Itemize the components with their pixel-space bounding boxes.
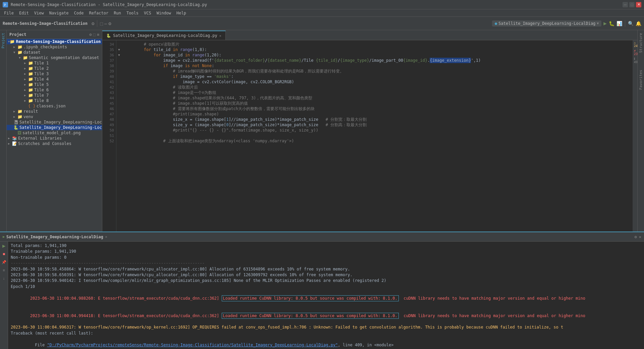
code-line-34: # opencv读取图片 — [124, 42, 630, 47]
code-line-45: # image.shape[1]可以获取到宽高的值 — [124, 101, 630, 106]
toolbar-settings-icon[interactable]: ⚙ — [92, 21, 94, 26]
code-line-37: image = cv2.imread(f'{dataset_root_folde… — [124, 58, 630, 63]
menu-item-edit[interactable]: Edit — [16, 10, 32, 16]
tab-file-icon: 🐍 — [106, 34, 111, 38]
menu-item-navigate[interactable]: Navigate — [47, 10, 71, 16]
run-config-button[interactable]: ▶ — [603, 20, 607, 27]
code-line-47: #print(image.shape) — [124, 111, 630, 117]
fold-36-icon[interactable]: ▼ — [116, 52, 122, 58]
top-toolbar: Remote-Sensing-Image-Classification ⚙ ⬚ … — [0, 17, 644, 30]
config-name: Satellite_Imagery_DeepLearning-LocalDiag — [498, 21, 595, 26]
sidebar-item-tile8[interactable]: ▶📁Tile 8 — [7, 98, 102, 103]
editor-tab-active[interactable]: 🐍 Satellite_Imagery_DeepLearning-LocalDi… — [102, 31, 226, 40]
sidebar-item-external-libs[interactable]: ▶📚External Libraries — [7, 136, 102, 141]
output-line-alloc1: 2023-06-30 10:59:58.458864: W tensorflow… — [11, 266, 641, 272]
toolbar-expand-icon[interactable]: ⬚ — [100, 21, 103, 26]
run-close-icon[interactable]: ✕ — [639, 235, 641, 239]
code-line-38: if image is not None: — [124, 63, 630, 68]
sidebar-item-tile5[interactable]: ▶📁Tile 5 — [7, 82, 102, 87]
sidebar-settings-icon[interactable]: ⚙ — [89, 32, 92, 37]
tab-close-icon[interactable]: ✕ — [219, 34, 221, 38]
minimize-button[interactable]: ─ — [623, 2, 628, 7]
sidebar-item-tile4[interactable]: ▶📁Tile 4 — [7, 77, 102, 82]
sidebar-item-py[interactable]: 🐍Satellite_Imagery_DeepLearning-LocalDia… — [7, 125, 102, 130]
output-line-alloc2: 2023-06-30 10:59:58.650391: W tensorflow… — [11, 272, 641, 278]
sidebar-item-root[interactable]: ▼ 📁 Remote-Sensing-Image-Classification … — [7, 39, 102, 44]
root-name: Remote-Sensing-Image-Classification — [16, 39, 101, 44]
fold-arrows: ▼ ▼ — [116, 40, 122, 232]
sidebar-item-result[interactable]: ▶📁result — [7, 109, 102, 114]
menu-item-help[interactable]: Help — [174, 10, 189, 16]
menu-item-tools[interactable]: Tools — [124, 10, 141, 16]
run-output[interactable]: Total params: 1,941,190 Trainable params… — [8, 242, 644, 349]
debug-config-button[interactable]: 🐛 — [609, 21, 614, 26]
sidebar-gear-icon[interactable]: ≡ — [97, 32, 99, 37]
run-scroll-button[interactable]: ↓ — [1, 275, 7, 281]
sidebar-tree: ▼ 📁 Remote-Sensing-Image-Classification … — [7, 39, 102, 232]
project-panel-icon[interactable]: Project — [1, 33, 5, 48]
fold-35-icon[interactable]: ▼ — [116, 47, 122, 52]
sidebar-item-png[interactable]: 🖼satellite_model_plot.png — [7, 130, 102, 136]
sidebar-item-semantic-seg[interactable]: ▼ 📁 Semantic segmentation dataset — [7, 55, 102, 60]
close-button[interactable]: ✕ — [636, 2, 641, 7]
sidebar-item-tile1[interactable]: ▶📁Tile 1 — [7, 60, 102, 66]
sidebar-item-classes-json[interactable]: { }classes.json — [7, 103, 102, 109]
code-line-48: size_x = (image.shape[1]//image_patch_si… — [124, 117, 630, 122]
code-line-49: size_y = (image.shape[0]//image_patch_si… — [124, 122, 630, 128]
code-line-42: # 读取图片后 — [124, 85, 630, 90]
output-line-traceback: Traceback (most recent call last): — [11, 331, 641, 336]
sidebar-item-tile6[interactable]: ▶📁Tile 6 — [7, 87, 102, 93]
search-everywhere-button[interactable]: 🔍 — [628, 21, 634, 26]
run-pin-button[interactable]: 📌 — [1, 259, 7, 265]
output-line-epoch: Epoch 1/10 — [11, 284, 641, 290]
favorites-label[interactable]: Favorites — [639, 70, 643, 90]
run-filter-button[interactable]: ≡ — [1, 267, 7, 273]
run-left-toolbar: ▶ ■ 📌 ≡ ↓ — [0, 242, 8, 349]
sidebar-item-tile3[interactable]: ▶📁Tile 3 — [7, 71, 102, 77]
structure-label[interactable]: Structure — [639, 33, 643, 53]
toolbar-collapse-icon[interactable]: — — [104, 21, 107, 26]
output-line-separator: ----------------------------------------… — [11, 260, 641, 266]
menu-item-run[interactable]: Run — [111, 10, 124, 16]
sidebar-item-ipynb-checkpoints[interactable]: ▶ 📁 .ipynb_checkpoints — [7, 44, 102, 50]
menu-item-view[interactable]: View — [32, 10, 47, 16]
menu-item-window[interactable]: Window — [154, 10, 174, 16]
far-right-panel: Structure Favorites — [637, 30, 644, 232]
sidebar-item-ipynb[interactable]: 📓Satellite_Imagery_DeepLearning-LocalDia… — [7, 119, 102, 125]
sidebar-item-scratches[interactable]: ▶📝Scratches and Consoles — [7, 141, 102, 146]
toolbar-notifications[interactable]: 🔔 — [636, 21, 641, 26]
sidebar-item-dataset[interactable]: ▼ 📁 dataset — [7, 50, 102, 55]
output-line-cudnn1: 2023-06-30 11:00:04.988260: E tensorflow… — [11, 290, 641, 307]
ipynb-checkpoints-name: .ipynb_checkpoints — [23, 45, 67, 49]
coverage-button[interactable]: 📊 — [616, 21, 622, 26]
menu-item-refactor[interactable]: Refactor — [86, 10, 111, 16]
dataset-arrow-icon: ▼ — [13, 51, 17, 54]
run-settings-icon[interactable]: ⚙ — [635, 235, 637, 239]
output-line-total-params: Total params: 1,941,190 — [11, 243, 641, 249]
sidebar-item-venv[interactable]: ▶📁venv — [7, 114, 102, 119]
semantic-seg-folder-icon: 📁 — [23, 55, 28, 60]
menu-item-file[interactable]: File — [1, 10, 16, 16]
sidebar-item-tile2[interactable]: ▶📁Tile 2 — [7, 66, 102, 71]
project-name-label[interactable]: Remote-Sensing-Image-Classification — [3, 21, 88, 26]
run-tab-close-icon[interactable]: ✕ — [105, 235, 107, 239]
sidebar-item-tile7[interactable]: ▶📁Tile 7 — [7, 93, 102, 98]
run-restart-button[interactable]: ▶ — [1, 243, 7, 249]
maximize-button[interactable]: □ — [629, 2, 635, 7]
run-stop-button[interactable]: ■ — [1, 251, 7, 257]
window-controls: ─ □ ✕ — [623, 2, 641, 7]
output-line-file1[interactable]: File "D:/PyCharm/PycharmProjects/remoteS… — [11, 336, 641, 349]
toolbar-sep2 — [625, 20, 625, 27]
toolbar-active-config[interactable]: ● Satellite_Imagery_DeepLearning-LocalDi… — [492, 20, 601, 27]
run-header: ▶ Satellite_Imagery_DeepLearning-LocalDi… — [0, 232, 644, 242]
code-content[interactable]: # opencv读取图片 for tile_id in range(1,8): … — [122, 40, 633, 232]
menu-item-code[interactable]: Code — [71, 10, 87, 16]
menu-item-vcs[interactable]: VCS — [141, 10, 154, 16]
toolbar-settings2-icon[interactable]: ⚙ — [108, 21, 111, 26]
editor-right-gutter: ⚠ 24 ✗ 231 ℹ 49 — [633, 40, 637, 232]
output-line-non-trainable: Non-trainable params: 0 — [11, 255, 641, 260]
sidebar-expand-icon[interactable]: ⬚ — [93, 32, 96, 37]
app-icon: P — [3, 2, 8, 7]
config-icon: ● — [495, 21, 497, 26]
config-dropdown-icon[interactable]: ▼ — [597, 21, 599, 25]
